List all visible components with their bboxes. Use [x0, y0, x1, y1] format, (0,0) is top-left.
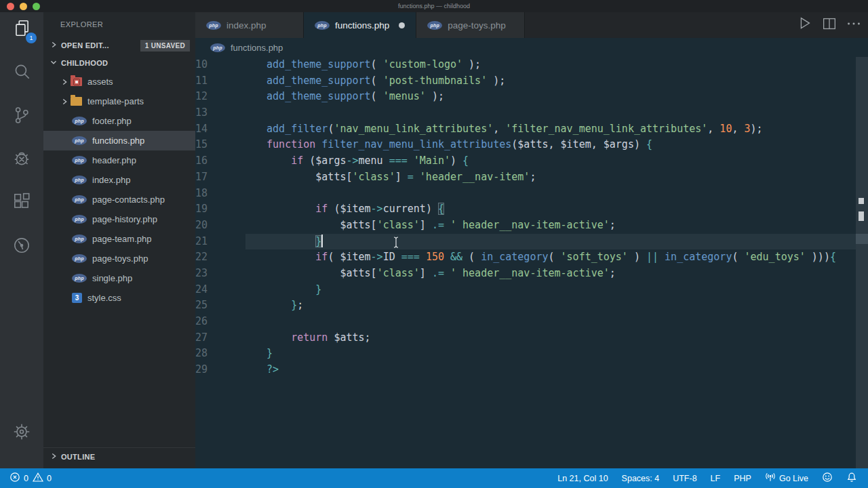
file-label: page-team.php — [92, 234, 151, 244]
text-cursor — [321, 235, 323, 247]
code-line-20[interactable]: 20 $atts['class'] .= ' header__nav-item-… — [195, 218, 868, 234]
file-label: template-parts — [87, 96, 144, 106]
split-editor-button[interactable] — [821, 15, 838, 35]
breadcrumb[interactable]: php functions.php — [195, 38, 868, 57]
line-number: 18 — [195, 187, 208, 199]
code-line-18[interactable]: 18 — [195, 186, 868, 202]
git-branch-icon — [12, 105, 32, 128]
file-template-parts[interactable]: template-parts — [43, 92, 195, 111]
explorer-sidebar: EXPLORER OPEN EDIT... 1 UNSAVED CHILDHOO… — [43, 12, 195, 468]
gear-icon — [12, 422, 32, 445]
php-file-icon: php — [72, 215, 87, 224]
line-number: 21 — [195, 235, 208, 247]
file-page-team.php[interactable]: phppage-team.php — [43, 229, 195, 249]
line-number: 23 — [195, 267, 208, 279]
status-errors[interactable]: 0 — [9, 472, 28, 485]
file-label: page-history.php — [92, 214, 157, 224]
code-line-26[interactable]: 26 — [195, 314, 868, 330]
file-header.php[interactable]: phpheader.php — [43, 150, 195, 170]
modified-dot-icon[interactable] — [399, 22, 405, 28]
code-line-13[interactable]: 13 — [195, 105, 868, 121]
activitybar-live-server[interactable] — [0, 229, 43, 264]
status-cursor-position[interactable]: Ln 21, Col 10 — [557, 474, 608, 483]
activitybar-run-debug[interactable] — [0, 142, 43, 178]
code-line-16[interactable]: 16 if ($args->menu === 'Main') { — [195, 153, 868, 169]
tab-bar: phpindex.phpphpfunctions.phpphppage-toys… — [195, 12, 868, 38]
code-editor[interactable]: 10add_theme_support( 'custom-logo' );11a… — [195, 57, 868, 468]
line-number: 29 — [195, 363, 208, 375]
code-line-11[interactable]: 11add_theme_support( 'post-thumbnails' )… — [195, 73, 868, 89]
outline-section[interactable]: OUTLINE — [43, 447, 195, 465]
tab-label: functions.php — [335, 20, 389, 30]
code-line-19[interactable]: 19 if ($item->current) { — [195, 201, 868, 218]
status-encoding[interactable]: UTF-8 — [673, 474, 696, 483]
activitybar-extensions[interactable] — [0, 186, 43, 221]
php-file-icon: php — [72, 195, 87, 204]
file-page-toys.php[interactable]: phppage-toys.php — [43, 249, 195, 268]
window-title: functions.php — childhood — [0, 3, 868, 9]
code-line-12[interactable]: 12add_theme_support( 'menus' ); — [195, 89, 868, 105]
code-line-24[interactable]: 24 } — [195, 282, 868, 298]
line-number: 25 — [195, 299, 208, 311]
tab-page-toys.php[interactable]: phppage-toys.php — [416, 12, 525, 38]
file-label: assets — [87, 77, 113, 87]
activitybar-explorer[interactable]: 1 — [0, 12, 43, 47]
file-label: page-toys.php — [92, 253, 148, 264]
line-number: 20 — [195, 219, 208, 231]
file-label: header.php — [92, 155, 136, 165]
line-number: 12 — [195, 90, 208, 102]
tab-functions.php[interactable]: phpfunctions.php — [304, 12, 416, 38]
code-line-29[interactable]: 29?> — [195, 362, 868, 378]
status-go-live[interactable]: Go Live — [765, 472, 808, 485]
tab-index.php[interactable]: phpindex.php — [195, 12, 304, 38]
line-number: 24 — [195, 283, 208, 296]
code-line-10[interactable]: 10add_theme_support( 'custom-logo' ); — [195, 57, 868, 73]
chevron-right-icon — [60, 97, 71, 106]
php-file-icon: php — [72, 136, 87, 145]
file-assets[interactable]: assets — [43, 72, 195, 92]
split-icon — [821, 23, 838, 35]
line-number: 28 — [195, 347, 208, 359]
code-line-28[interactable]: 28} — [195, 346, 868, 362]
workspace-section[interactable]: CHILDHOOD — [43, 54, 195, 72]
status-indentation[interactable]: Spaces: 4 — [622, 474, 660, 483]
open-editors-section[interactable]: OPEN EDIT... 1 UNSAVED — [43, 37, 195, 54]
activitybar-settings[interactable] — [0, 415, 43, 451]
status-warnings[interactable]: 0 — [33, 472, 52, 485]
file-footer.php[interactable]: phpfooter.php — [43, 111, 195, 131]
code-line-17[interactable]: 17 $atts['class'] = 'header__nav-item'; — [195, 169, 868, 186]
code-line-25[interactable]: 25 }; — [195, 298, 868, 314]
outline-label: OUTLINE — [61, 453, 95, 461]
line-number: 16 — [195, 155, 208, 167]
more-actions-button[interactable] — [845, 15, 863, 35]
php-file-icon: php — [72, 156, 87, 165]
line-number: 15 — [195, 138, 208, 150]
editor-scrollbar[interactable] — [856, 57, 868, 468]
run-button[interactable] — [796, 15, 814, 35]
status-feedback[interactable] — [822, 472, 833, 485]
activitybar-search[interactable] — [0, 56, 43, 91]
file-style.css[interactable]: 3style.css — [43, 288, 195, 308]
status-eol[interactable]: LF — [711, 474, 721, 483]
css-file-icon: 3 — [72, 293, 82, 303]
file-page-history.php[interactable]: phppage-history.php — [43, 209, 195, 229]
php-file-icon: php — [427, 21, 442, 30]
tab-label: index.php — [226, 20, 267, 30]
php-file-icon: php — [72, 117, 87, 125]
code-line-27[interactable]: 27 return $atts; — [195, 330, 868, 346]
file-single.php[interactable]: phpsingle.php — [43, 268, 195, 288]
code-line-23[interactable]: 23 $atts['class'] .= ' header__nav-item-… — [195, 266, 868, 282]
status-language-mode[interactable]: PHP — [734, 474, 751, 483]
warning-icon — [33, 472, 43, 485]
code-line-15[interactable]: 15function filter_nav_menu_link_attribut… — [195, 137, 868, 153]
ellipsis-icon — [845, 23, 863, 35]
code-line-22[interactable]: 22 if( $item->ID === 150 && ( in_categor… — [195, 249, 868, 266]
file-page-contacts.php[interactable]: phppage-contacts.php — [43, 190, 195, 209]
activitybar-source-control[interactable] — [0, 99, 43, 134]
editor-group: phpindex.phpphpfunctions.phpphppage-toys… — [195, 12, 868, 468]
code-line-21[interactable]: 21 } — [195, 234, 868, 250]
code-line-14[interactable]: 14add_filter('nav_menu_link_attributes',… — [195, 121, 868, 138]
file-index.php[interactable]: phpindex.php — [43, 170, 195, 190]
status-notifications[interactable] — [846, 472, 857, 485]
file-functions.php[interactable]: phpfunctions.php — [43, 131, 195, 150]
